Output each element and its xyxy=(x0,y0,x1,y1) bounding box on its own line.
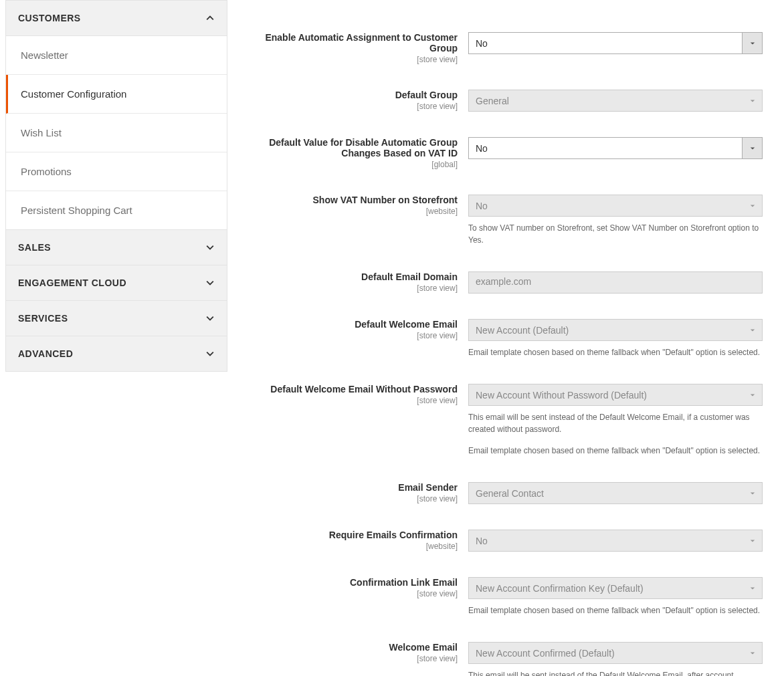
nav-section-sales: SALES xyxy=(5,230,227,265)
nav-header-advanced[interactable]: ADVANCED xyxy=(6,336,227,371)
select-value: New Account Without Password (Default) xyxy=(469,384,742,405)
field-label: Enable Automatic Assignment to Customer … xyxy=(244,32,468,64)
field-label: Default Value for Disable Automatic Grou… xyxy=(244,137,468,169)
subnav-item-promotions[interactable]: Promotions xyxy=(6,152,227,191)
select-value: No xyxy=(469,138,742,158)
scope-text: [website] xyxy=(244,542,458,551)
chevron-down-icon xyxy=(205,349,215,358)
subnav-item-label: Wish List xyxy=(21,127,62,138)
label-text: Email Sender xyxy=(398,482,458,493)
subnav-item-label: Persistent Shopping Cart xyxy=(21,205,132,216)
label-text: Default Email Domain xyxy=(361,271,458,282)
subnav-item-label: Promotions xyxy=(21,166,72,177)
dropdown-arrow-icon xyxy=(742,483,762,503)
nav-header-customers[interactable]: CUSTOMERS xyxy=(6,1,227,36)
select-value: New Account (Default) xyxy=(469,320,742,340)
field-note: Email template chosen based on theme fal… xyxy=(468,346,763,358)
nav-section-engagement-cloud: ENGAGEMENT CLOUD xyxy=(5,265,227,301)
dropdown-arrow-icon xyxy=(742,643,762,663)
dropdown-arrow-icon xyxy=(742,90,762,111)
select-disable-vat[interactable]: No xyxy=(468,137,763,159)
field-label: Require Emails Confirmation [website] xyxy=(244,530,468,551)
chevron-down-icon xyxy=(205,278,215,288)
dropdown-arrow-icon xyxy=(742,138,762,158)
field-note: Email template chosen based on theme fal… xyxy=(468,604,763,616)
label-text: Show VAT Number on Storefront xyxy=(313,195,458,205)
select-value: General Contact xyxy=(469,483,742,503)
field-label: Confirmation Link Email [store view] xyxy=(244,577,468,598)
select-welcome-email: New Account (Default) xyxy=(468,319,763,341)
field-label: Default Group [store view] xyxy=(244,90,468,111)
subnav-item-label: Customer Configuration xyxy=(21,88,126,100)
field-welcome-email: Default Welcome Email [store view] New A… xyxy=(244,319,771,358)
dropdown-arrow-icon xyxy=(742,384,762,405)
field-email-sender: Email Sender [store view] General Contac… xyxy=(244,482,771,504)
dropdown-arrow-icon xyxy=(742,33,762,53)
input-value: example.com xyxy=(476,276,531,287)
field-label: Welcome Email [store view] xyxy=(244,642,468,663)
chevron-down-icon xyxy=(205,314,215,323)
select-email-sender: General Contact xyxy=(468,482,763,504)
select-value: New Account Confirmation Key (Default) xyxy=(469,578,742,598)
scope-text: [website] xyxy=(244,207,458,216)
input-email-domain: example.com xyxy=(468,271,763,294)
select-value: No xyxy=(469,33,742,53)
label-text: Welcome Email xyxy=(389,642,458,653)
field-label: Default Email Domain [store view] xyxy=(244,271,468,293)
select-welcome-confirmed: New Account Confirmed (Default) xyxy=(468,642,763,664)
field-label: Default Welcome Email Without Password [… xyxy=(244,384,468,405)
field-note: This email will be sent instead of the D… xyxy=(468,669,763,676)
subnav-item-customer-configuration[interactable]: Customer Configuration xyxy=(6,75,227,114)
nav-section-label: ADVANCED xyxy=(18,348,73,359)
field-default-group: Default Group [store view] General xyxy=(244,90,771,112)
nav-section-customers: CUSTOMERS Newsletter Customer Configurat… xyxy=(5,0,227,230)
select-value: No xyxy=(469,530,742,551)
field-show-vat: Show VAT Number on Storefront [website] … xyxy=(244,195,771,246)
nav-header-sales[interactable]: SALES xyxy=(6,230,227,265)
scope-text: [store view] xyxy=(244,284,458,293)
subnav-item-wish-list[interactable]: Wish List xyxy=(6,114,227,152)
subnav-customers: Newsletter Customer Configuration Wish L… xyxy=(6,36,227,229)
nav-section-services: SERVICES xyxy=(5,301,227,336)
subnav-item-newsletter[interactable]: Newsletter xyxy=(6,36,227,75)
select-show-vat: No xyxy=(468,195,763,217)
field-require-confirm: Require Emails Confirmation [website] No xyxy=(244,530,771,552)
field-note: To show VAT number on Storefront, set Sh… xyxy=(468,222,763,246)
select-default-group: General xyxy=(468,90,763,112)
nav-section-label: SERVICES xyxy=(18,313,68,324)
nav-header-engagement-cloud[interactable]: ENGAGEMENT CLOUD xyxy=(6,265,227,300)
label-text: Default Value for Disable Automatic Grou… xyxy=(269,137,458,158)
subnav-item-label: Newsletter xyxy=(21,49,68,61)
select-auto-assign[interactable]: No xyxy=(468,32,763,54)
select-value: New Account Confirmed (Default) xyxy=(469,643,742,663)
field-confirm-link: Confirmation Link Email [store view] New… xyxy=(244,577,771,616)
nav-section-label: SALES xyxy=(18,242,51,253)
select-value: General xyxy=(469,90,742,111)
select-welcome-no-pw: New Account Without Password (Default) xyxy=(468,384,763,406)
label-text: Default Group xyxy=(395,90,458,100)
nav-header-services[interactable]: SERVICES xyxy=(6,301,227,336)
nav-section-label: ENGAGEMENT CLOUD xyxy=(18,277,126,288)
scope-text: [store view] xyxy=(244,331,458,340)
label-text: Confirmation Link Email xyxy=(350,577,458,588)
field-note: Email template chosen based on theme fal… xyxy=(468,445,763,457)
subnav-item-persistent-cart[interactable]: Persistent Shopping Cart xyxy=(6,191,227,229)
field-label: Email Sender [store view] xyxy=(244,482,468,503)
scope-text: [store view] xyxy=(244,102,458,111)
dropdown-arrow-icon xyxy=(742,578,762,598)
field-welcome-confirmed: Welcome Email [store view] New Account C… xyxy=(244,642,771,676)
select-confirm-link: New Account Confirmation Key (Default) xyxy=(468,577,763,599)
field-welcome-no-pw: Default Welcome Email Without Password [… xyxy=(244,384,771,457)
scope-text: [global] xyxy=(244,160,458,169)
field-disable-vat: Default Value for Disable Automatic Grou… xyxy=(244,137,771,169)
field-label: Show VAT Number on Storefront [website] xyxy=(244,195,468,216)
field-label: Default Welcome Email [store view] xyxy=(244,319,468,340)
scope-text: [store view] xyxy=(244,654,458,663)
nav-section-advanced: ADVANCED xyxy=(5,336,227,372)
scope-text: [store view] xyxy=(244,396,458,405)
chevron-down-icon xyxy=(205,243,215,252)
dropdown-arrow-icon xyxy=(742,195,762,216)
label-text: Require Emails Confirmation xyxy=(329,530,458,540)
scope-text: [store view] xyxy=(244,589,458,598)
field-note: This email will be sent instead of the D… xyxy=(468,411,763,435)
